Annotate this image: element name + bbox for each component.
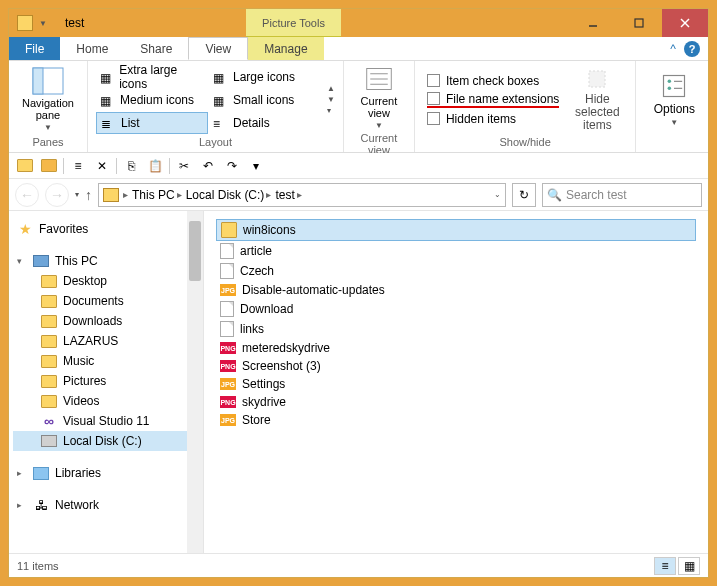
tree-item-music[interactable]: Music (13, 351, 199, 371)
list-icon: ≣ (101, 117, 117, 129)
tree-item-downloads[interactable]: Downloads (13, 311, 199, 331)
file-item[interactable]: PNGmeteredskydrive (216, 339, 696, 357)
svg-rect-11 (664, 76, 685, 97)
address-bar[interactable]: ▸ This PC▸ Local Disk (C:)▸ test▸ ⌄ (98, 183, 506, 207)
cut-icon[interactable]: ✂ (174, 156, 194, 176)
tree-item-local-disk-c-[interactable]: Local Disk (C:) (13, 431, 199, 451)
forward-button[interactable]: → (45, 183, 69, 207)
layout-scroll-down[interactable]: ▼ (327, 95, 335, 104)
maximize-button[interactable] (616, 9, 662, 37)
svg-rect-5 (33, 68, 43, 94)
new-folder-icon[interactable] (15, 156, 35, 176)
redo-icon[interactable]: ↷ (222, 156, 242, 176)
file-item[interactable]: PNGScreenshot (3) (216, 357, 696, 375)
libraries-icon (33, 467, 49, 480)
layout-large[interactable]: ▦Large icons (209, 66, 321, 88)
ribbon: Navigation pane ▼ Panes ▦Extra large ico… (9, 61, 708, 153)
chevron-right-icon[interactable]: ▸ (266, 189, 271, 200)
tree-item-pictures[interactable]: Pictures (13, 371, 199, 391)
tab-share[interactable]: Share (124, 37, 188, 60)
undo-icon[interactable]: ↶ (198, 156, 218, 176)
file-item[interactable]: PNGskydrive (216, 393, 696, 411)
tree-item-label: LAZARUS (63, 334, 118, 348)
dropdown-icon[interactable]: ▾ (246, 156, 266, 176)
check-hidden-items[interactable]: Hidden items (427, 112, 559, 126)
svg-point-12 (668, 80, 672, 84)
navigation-pane-button[interactable]: Navigation pane ▼ (17, 67, 79, 132)
close-button[interactable] (662, 9, 708, 37)
panes-group-label: Panes (17, 134, 79, 148)
file-item[interactable]: win8icons (216, 219, 696, 241)
folder-icon (41, 315, 57, 328)
file-item[interactable]: JPGSettings (216, 375, 696, 393)
tree-libraries[interactable]: ▸Libraries (13, 463, 199, 483)
chevron-right-icon[interactable]: ▸ (123, 189, 128, 200)
file-item[interactable]: JPGDisable-automatic-updates (216, 281, 696, 299)
tree-this-pc[interactable]: ▾This PC (13, 251, 199, 271)
file-item[interactable]: JPGStore (216, 411, 696, 429)
down-caret-icon[interactable]: ▼ (39, 19, 47, 28)
layout-small[interactable]: ▦Small icons (209, 89, 321, 111)
details-view-button[interactable]: ≡ (654, 557, 676, 575)
pc-icon (33, 255, 49, 267)
tab-home[interactable]: Home (60, 37, 124, 60)
tree-item-visual-studio-11[interactable]: Visual Studio 11 (13, 411, 199, 431)
hide-selected-button[interactable]: Hide selected items (567, 67, 627, 133)
hide-icon (585, 67, 609, 91)
layout-medium[interactable]: ▦Medium icons (96, 89, 208, 111)
ribbon-group-current-view: Current view ▼ Current view (344, 61, 415, 152)
file-item[interactable]: links (216, 319, 696, 339)
help-icon[interactable]: ? (684, 41, 700, 57)
refresh-button[interactable]: ↻ (512, 183, 536, 207)
recent-locations-dropdown[interactable]: ▾ (75, 190, 79, 199)
tree-item-documents[interactable]: Documents (13, 291, 199, 311)
layout-list[interactable]: ≣List (96, 112, 208, 134)
search-input[interactable]: 🔍 Search test (542, 183, 702, 207)
check-file-extensions[interactable]: File name extensions (427, 92, 559, 108)
file-list[interactable]: win8iconsarticleCzechJPGDisable-automati… (204, 211, 708, 553)
minimize-button[interactable] (570, 9, 616, 37)
address-dropdown[interactable]: ⌄ (494, 190, 501, 199)
star-icon (17, 222, 33, 236)
copy-icon[interactable]: ⎘ (121, 156, 141, 176)
file-item[interactable]: Czech (216, 261, 696, 281)
file-name: Disable-automatic-updates (242, 283, 385, 297)
tree-item-desktop[interactable]: Desktop (13, 271, 199, 291)
ribbon-right: ^ ? (670, 37, 708, 60)
layout-extra-large[interactable]: ▦Extra large icons (96, 66, 208, 88)
properties-icon[interactable]: ≡ (68, 156, 88, 176)
scrollbar-thumb[interactable] (189, 221, 201, 281)
grid-icon: ▦ (100, 94, 116, 106)
collapse-ribbon-icon[interactable]: ^ (670, 42, 676, 56)
chevron-right-icon[interactable]: ▸ (297, 189, 302, 200)
thumbnails-view-button[interactable]: ▦ (678, 557, 700, 575)
options-button[interactable]: Options ▼ (644, 72, 704, 127)
tab-file[interactable]: File (9, 37, 60, 60)
tree-network[interactable]: ▸Network (13, 495, 199, 515)
file-item[interactable]: Download (216, 299, 696, 319)
layout-scroll-up[interactable]: ▲ (327, 84, 335, 93)
tree-scrollbar[interactable] (187, 211, 203, 553)
context-tab-header[interactable]: Picture Tools (246, 9, 341, 37)
open-icon[interactable] (39, 156, 59, 176)
file-item[interactable]: article (216, 241, 696, 261)
up-button[interactable]: ↑ (85, 187, 92, 203)
delete-icon[interactable]: ✕ (92, 156, 112, 176)
paste-icon[interactable]: 📋 (145, 156, 165, 176)
tab-view[interactable]: View (188, 37, 248, 60)
tree-item-lazarus[interactable]: LAZARUS (13, 331, 199, 351)
back-button[interactable]: ← (15, 183, 39, 207)
layout-expand[interactable]: ▾ (327, 106, 335, 115)
layout-details[interactable]: ≡Details (209, 112, 321, 134)
tab-manage[interactable]: Manage (248, 37, 323, 60)
folder-icon (221, 222, 237, 238)
caret-icon: ▸ (17, 500, 27, 510)
current-view-button[interactable]: Current view ▼ (352, 65, 406, 130)
tree-favorites[interactable]: Favorites (13, 219, 199, 239)
tree-item-videos[interactable]: Videos (13, 391, 199, 411)
tree-item-label: Documents (63, 294, 124, 308)
check-item-boxes[interactable]: Item check boxes (427, 74, 559, 88)
chevron-down-icon: ▼ (375, 121, 383, 130)
search-placeholder: Search test (566, 188, 627, 202)
chevron-right-icon[interactable]: ▸ (177, 189, 182, 200)
